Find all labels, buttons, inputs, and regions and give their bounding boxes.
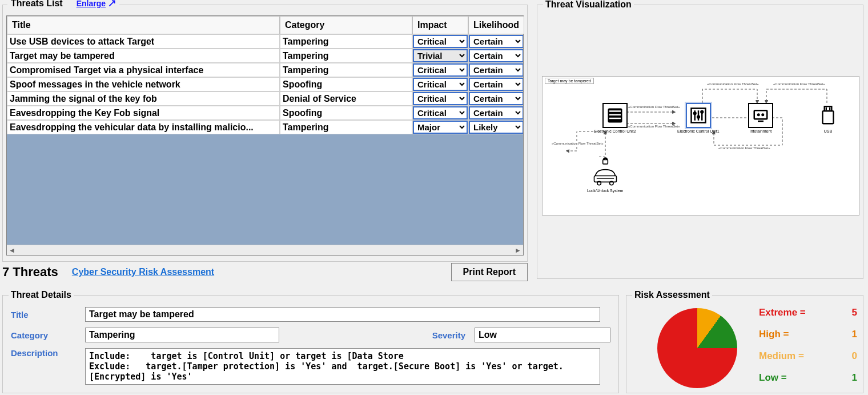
scroll-left-icon[interactable]: ◄ xyxy=(7,246,17,254)
details-label: Threat Details xyxy=(9,290,74,300)
table-row[interactable]: Use USB devices to attack TargetTamperin… xyxy=(7,34,523,49)
legend-row-high: High =1 xyxy=(759,329,857,340)
table-header: Title Category Impact Likelihood xyxy=(7,16,523,34)
enlarge-label: Enlarge xyxy=(77,0,106,8)
cell-category[interactable]: Tampering xyxy=(280,34,412,49)
impact-select[interactable]: Critical xyxy=(413,63,468,77)
legend-value: 0 xyxy=(852,350,857,362)
svg-rect-19 xyxy=(602,159,608,164)
table-row[interactable]: Eavesdropping the vehicular data by inst… xyxy=(7,120,523,134)
svg-point-8 xyxy=(694,112,696,114)
impact-select[interactable]: Trivial xyxy=(413,49,468,62)
cell-category[interactable]: Tampering xyxy=(280,63,412,77)
car-lock-icon xyxy=(590,157,621,187)
table-row[interactable]: Compromised Target via a physical interf… xyxy=(7,63,523,77)
usb-icon xyxy=(815,103,841,128)
category-field[interactable] xyxy=(85,328,279,342)
legend-row-low: Low =1 xyxy=(759,372,857,384)
legend-name: High = xyxy=(759,329,789,340)
lbl-title: Title xyxy=(11,310,85,320)
threat-visualization-panel: Threat Visualization Target may be tampe… xyxy=(537,5,863,279)
enlarge-icon xyxy=(108,0,116,7)
h-scrollbar[interactable]: ◄ ► xyxy=(7,245,523,255)
flow-label: «Communication Flow ThreatSet» xyxy=(707,82,759,86)
cell-category[interactable]: Spoofing xyxy=(280,77,412,91)
legend-value: 5 xyxy=(852,307,857,318)
table-row[interactable]: Target may be tamperedTamperingTrivialCe… xyxy=(7,49,523,63)
node-label: USB xyxy=(815,129,841,133)
likelihood-select[interactable]: Likely xyxy=(469,121,523,134)
lbl-severity: Severity xyxy=(408,330,465,340)
node-infotainment[interactable]: Infotainment xyxy=(748,103,773,133)
node-ecu2[interactable]: Electronic Control Unit2 xyxy=(594,103,636,133)
impact-select[interactable]: Critical xyxy=(413,35,468,48)
print-report-button[interactable]: Print Report xyxy=(451,263,528,281)
flow-label: «Communication Flow ThreatSet» xyxy=(552,142,604,145)
table-row[interactable]: Jamming the signal of the key fobDenial … xyxy=(7,91,523,106)
col-likelihood[interactable]: Likelihood xyxy=(468,16,524,34)
title-field[interactable] xyxy=(85,307,600,322)
svg-rect-11 xyxy=(754,110,767,119)
cell-category[interactable]: Tampering xyxy=(280,49,412,63)
cell-category[interactable]: Spoofing xyxy=(280,106,412,120)
cell-title[interactable]: Eavesdropping the Key Fob signal xyxy=(7,106,280,120)
flow-label: «Communication Flow ThreatSet» xyxy=(773,82,825,86)
table-row[interactable]: Eavesdropping the Key Fob signalSpoofing… xyxy=(7,106,523,120)
likelihood-select[interactable]: Certain xyxy=(469,35,523,48)
svg-point-13 xyxy=(762,114,764,116)
scroll-right-icon[interactable]: ► xyxy=(513,246,523,254)
col-title[interactable]: Title xyxy=(7,16,280,34)
threat-details-panel: Threat Details Title Category Severity D… xyxy=(2,295,619,393)
impact-select[interactable]: Critical xyxy=(413,92,468,105)
svg-rect-20 xyxy=(594,176,616,182)
svg-point-9 xyxy=(697,116,700,118)
svg-rect-2 xyxy=(609,114,621,116)
node-usb[interactable]: USB xyxy=(815,103,841,133)
node-label: Electronic Control Unit1 xyxy=(677,129,720,133)
svg-rect-15 xyxy=(825,106,832,111)
impact-select[interactable]: Critical xyxy=(413,78,468,91)
viz-canvas[interactable]: Target may be tampered «Communication Fl… xyxy=(542,76,859,216)
col-impact[interactable]: Impact xyxy=(412,16,468,34)
impact-select[interactable]: Critical xyxy=(413,106,468,119)
lbl-category: Category xyxy=(11,330,85,340)
flow-label: «Communication Flow ThreatSet» xyxy=(628,105,680,109)
col-category[interactable]: Category xyxy=(280,16,412,34)
svg-point-10 xyxy=(701,111,703,113)
cell-title[interactable]: Target may be tampered xyxy=(7,49,280,63)
ecu-icon xyxy=(602,103,628,128)
legend-name: Extreme = xyxy=(759,307,806,318)
cell-title[interactable]: Compromised Target via a physical interf… xyxy=(7,63,280,77)
threats-list-label: Threats List xyxy=(11,0,63,9)
cell-title[interactable]: Eavesdropping the vehicular data by inst… xyxy=(7,120,280,134)
threats-list-footer: 7 Threats Cyber Security Risk Assessment… xyxy=(2,262,528,282)
svg-point-12 xyxy=(758,114,760,116)
cell-category[interactable]: Tampering xyxy=(280,120,412,134)
risk-assessment-panel: Risk Assessment Extreme =5High =1Medium … xyxy=(626,295,863,393)
cell-category[interactable]: Denial of Service xyxy=(280,91,412,106)
node-ecu1[interactable]: Electronic Control Unit1 xyxy=(677,103,720,133)
likelihood-select[interactable]: Certain xyxy=(469,92,523,105)
cell-title[interactable]: Spoof messages in the vehicle network xyxy=(7,77,280,91)
risk-assessment-link[interactable]: Cyber Security Risk Assessment xyxy=(72,267,214,277)
cell-title[interactable]: Use USB devices to attack Target xyxy=(7,34,280,49)
cell-title[interactable]: Jamming the signal of the key fob xyxy=(7,91,280,106)
threats-table[interactable]: Title Category Impact Likelihood Use USB… xyxy=(6,15,524,256)
likelihood-select[interactable]: Certain xyxy=(469,106,523,119)
flow-label: «Communication Flow ThreatSet» xyxy=(718,146,770,150)
likelihood-select[interactable]: Certain xyxy=(469,78,523,91)
enlarge-link[interactable]: Enlarge xyxy=(77,0,116,8)
svg-rect-3 xyxy=(609,118,621,119)
description-field[interactable] xyxy=(85,348,600,385)
risk-label: Risk Assessment xyxy=(632,290,712,300)
likelihood-select[interactable]: Certain xyxy=(469,63,523,77)
node-lock-system[interactable]: Lock/Unlock System xyxy=(587,157,623,193)
likelihood-select[interactable]: Certain xyxy=(469,49,523,62)
risk-pie-chart xyxy=(657,308,737,388)
impact-select[interactable]: Major xyxy=(413,121,468,134)
legend-row-medium: Medium =0 xyxy=(759,350,857,362)
legend-name: Low = xyxy=(759,372,787,384)
table-row[interactable]: Spoof messages in the vehicle networkSpo… xyxy=(7,77,523,91)
severity-field[interactable] xyxy=(475,328,610,342)
flow-label: «Communication Flow ThreatSet» xyxy=(628,125,680,128)
